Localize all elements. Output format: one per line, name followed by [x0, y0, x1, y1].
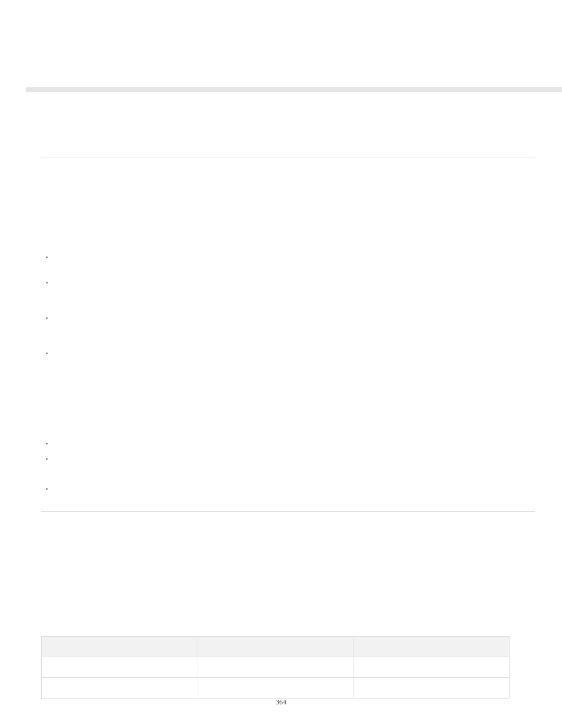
table-cell	[197, 678, 353, 699]
bullet-point	[46, 353, 48, 354]
table-row	[42, 657, 510, 678]
table-header-cell	[197, 637, 353, 657]
section-divider	[41, 157, 535, 157]
table-header-row	[42, 637, 510, 657]
bullet-point	[46, 256, 48, 258]
page-content	[41, 106, 535, 693]
data-table	[41, 636, 510, 699]
table-cell	[42, 657, 197, 678]
bullet-point	[46, 458, 48, 460]
bullet-point	[46, 282, 48, 284]
table-cell	[353, 657, 509, 678]
table-header-cell	[42, 637, 197, 657]
table-row	[42, 678, 510, 699]
table-cell	[197, 657, 353, 678]
table-cell	[353, 678, 509, 699]
bullet-point	[46, 488, 48, 490]
bullet-point	[46, 317, 48, 319]
section-divider	[41, 511, 535, 512]
top-divider-bar	[26, 87, 562, 92]
table-header-cell	[353, 637, 509, 657]
page-number: 364	[0, 698, 562, 707]
data-table-wrapper	[41, 636, 510, 699]
bullet-point	[46, 443, 48, 444]
table-cell	[42, 678, 197, 699]
